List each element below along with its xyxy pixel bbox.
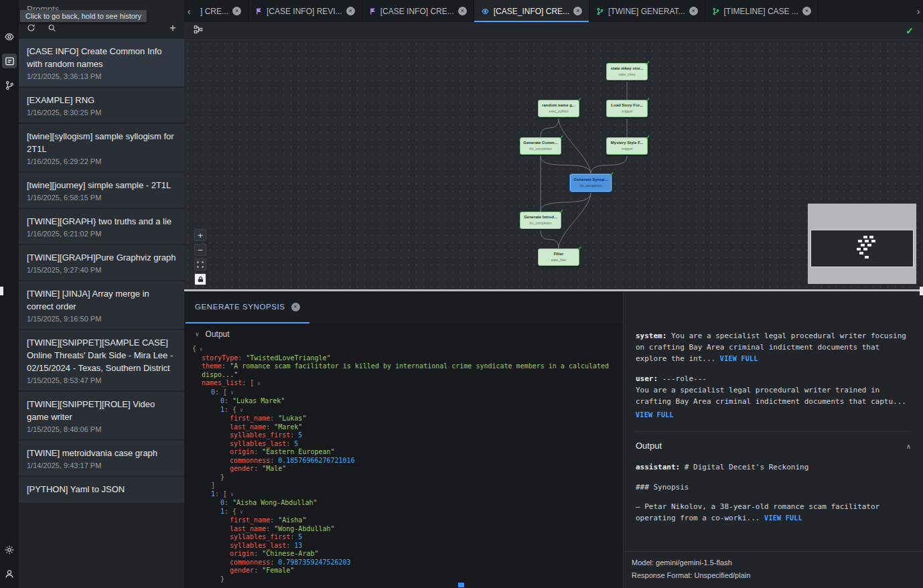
prompt-list-item[interactable]: [twine][journey] simple sample - 2T1L1/1…	[19, 173, 184, 208]
chevron-up-icon[interactable]: ∧	[906, 441, 911, 452]
tab-close-icon[interactable]: ×	[346, 7, 355, 15]
message-role-label: user:	[636, 374, 662, 383]
canvas-toolbar: ✓	[184, 22, 923, 40]
zoom-controls: + −	[194, 229, 206, 285]
fold-caret-icon[interactable]: ∨	[227, 492, 234, 498]
add-prompt-button[interactable]: +	[169, 22, 176, 33]
tab-generate-synopsis[interactable]: GENERATE SYNOPSIS ×	[186, 291, 309, 323]
tabs-scroll-left-icon[interactable]: ‹	[184, 0, 194, 22]
json-punct: :	[286, 542, 294, 549]
bottom-area: GENERATE SYNOPSIS × ∨ Output { ∨storyTyp…	[184, 291, 923, 588]
json-punct: : {	[224, 406, 236, 413]
prompts-panel-icon[interactable]	[2, 54, 17, 68]
json-line: syllables_first: 5	[192, 533, 616, 542]
prompt-list-item[interactable]: [EXAMPLE] RNG1/16/2025, 8:30:25 PM	[19, 88, 184, 123]
tab-close-icon[interactable]: ×	[573, 7, 582, 15]
json-value-string: "Male"	[262, 465, 286, 472]
node-subtitle: llm_completion	[572, 183, 610, 188]
json-key: gender	[230, 567, 254, 574]
prompt-list-item[interactable]: [PYTHON] Yaml to JSON	[19, 477, 184, 503]
fold-caret-icon[interactable]: ∨	[227, 390, 234, 396]
json-key: first_name	[230, 516, 270, 524]
fold-caret-icon[interactable]: ∨	[196, 346, 203, 352]
bottom-tab-bar: GENERATE SYNOPSIS ×	[184, 291, 623, 323]
tab-close-icon[interactable]: ×	[232, 7, 241, 15]
node-canvas[interactable]: + −	[184, 40, 923, 289]
json-punct: :	[222, 362, 230, 370]
tab-label: [CASE INFO] CRE...	[380, 7, 454, 16]
view-full-link[interactable]: VIEW FULL	[636, 411, 674, 419]
editor-tab[interactable]: [TWINE] GENERAT...×	[589, 0, 705, 22]
graph-node-state-mkey[interactable]: state mkey stor...state_mkey✓	[606, 63, 648, 80]
prompt-list-item[interactable]: [CASE INFO] Create Common Info with rand…	[19, 39, 184, 86]
prompt-list-item[interactable]: [twine][syllogism] sample syllogism for …	[19, 124, 184, 171]
json-key: origin	[230, 550, 254, 557]
editor-tab[interactable]: [CASE_INFO] CRE...×	[474, 0, 589, 22]
branch-icon[interactable]	[2, 78, 17, 92]
resize-handle-bottom[interactable]	[458, 583, 464, 587]
json-punct: :	[270, 415, 278, 422]
prompt-list-item[interactable]: [TWINE] [JINJA] Array merge in correct o…	[19, 281, 184, 329]
tab-close-icon[interactable]: ×	[689, 7, 698, 15]
prompt-list-item[interactable]: [TWINE][SNIPPET][ROLE] Video game writer…	[19, 392, 184, 439]
inspector-panel: system: You are a specialist legal proce…	[623, 291, 923, 588]
prompt-list-item[interactable]: [TWINE][GRAPH} two truths and a lie1/16/…	[19, 209, 184, 244]
json-line: commonness: 0.18576966276721016	[192, 457, 616, 465]
fold-caret-icon[interactable]: ∨	[236, 509, 243, 515]
node-success-check-icon: ✓	[645, 60, 650, 66]
eye-icon[interactable]	[2, 29, 17, 44]
json-line: storyType: "TwistedLoveTriangle"	[192, 354, 616, 363]
node-success-check-icon: ✓	[577, 245, 582, 252]
lock-icon[interactable]	[194, 273, 206, 285]
json-value-string: "Eastern European"	[262, 448, 334, 455]
settings-gear-icon[interactable]	[2, 542, 17, 557]
tab-close-icon[interactable]: ×	[458, 7, 467, 15]
view-full-link[interactable]: VIEW FULL	[764, 514, 802, 522]
tab-label: [CASE INFO] REVI...	[267, 7, 342, 16]
prompt-list-item[interactable]: [TWINE][GRAPH]Pure Graphviz graph1/15/20…	[19, 245, 184, 280]
json-line: syllables_last: 5	[192, 440, 616, 449]
minimap[interactable]	[808, 204, 916, 284]
graph-layout-icon[interactable]	[194, 25, 203, 37]
zoom-fit-icon[interactable]	[194, 259, 206, 271]
view-full-link[interactable]: VIEW FULL	[720, 355, 758, 362]
json-key: commonness	[230, 457, 270, 464]
graph-edge	[541, 193, 591, 212]
editor-tab[interactable]: [TIMELINE] CASE ...×	[705, 0, 819, 22]
assistant-line: # Digital Deceit's Reckoning	[685, 463, 808, 471]
resize-handle-right[interactable]	[920, 287, 923, 295]
resize-handle-left[interactable]	[0, 287, 3, 295]
prompt-list-item[interactable]: [TWINE] metroidvania case graph1/14/2025…	[19, 441, 184, 475]
graph-node-gen-introd[interactable]: Generate Introd...llm_completion✓	[520, 212, 561, 229]
json-line: commonness: 0.7987359247526203	[192, 559, 616, 567]
graph-node-mystery[interactable]: Mystery Style F...snippet✓	[606, 137, 648, 155]
editor-tab[interactable]: [CASE INFO] CRE...×	[362, 0, 474, 22]
search-icon[interactable]	[48, 23, 56, 32]
account-icon[interactable]	[2, 567, 17, 581]
zoom-in-button[interactable]: +	[194, 229, 206, 241]
fold-caret-icon[interactable]: ∨	[254, 380, 261, 386]
graph-node-gen-synop[interactable]: Generate Synop...llm_completion✓	[570, 174, 612, 192]
editor-tab[interactable]: [CASE INFO] REVI...×	[248, 0, 362, 22]
refresh-icon[interactable]	[27, 23, 36, 32]
json-value-number: 0.18576966276721016	[278, 457, 354, 464]
zoom-out-button[interactable]: −	[194, 244, 206, 256]
output-label: Output	[206, 329, 230, 339]
output-section-header[interactable]: ∨ Output	[192, 327, 616, 345]
message-role-label: system:	[636, 332, 671, 340]
json-key: last_name	[230, 525, 266, 532]
tabs-scroll-right-icon[interactable]: ›	[914, 0, 923, 22]
minimap-viewport[interactable]	[810, 230, 914, 267]
editor-tab[interactable]: ] CRE...×	[194, 0, 248, 22]
graph-node-gen-comm[interactable]: Generate Comm...llm_completion✓	[520, 137, 561, 155]
graph-node-random-name[interactable]: random name g...exec_python✓	[538, 100, 579, 117]
json-punct: : [	[215, 490, 227, 498]
close-icon[interactable]: ×	[291, 303, 300, 311]
graph-node-load-story[interactable]: Load Story For...snippet✓	[606, 100, 648, 117]
tab-close-icon[interactable]: ×	[802, 7, 811, 15]
fold-caret-icon[interactable]: ∨	[236, 407, 243, 413]
prompt-list-item[interactable]: [TWINE][SNIPPET][SAMPLE CASE] Online Thr…	[19, 330, 184, 390]
graph-node-filter[interactable]: Filterstate_filter✓	[538, 248, 579, 266]
view-full-row: VIEW FULL	[636, 409, 911, 421]
app-window: Prompts + [CASE INFO] Create Common Info…	[0, 0, 923, 588]
